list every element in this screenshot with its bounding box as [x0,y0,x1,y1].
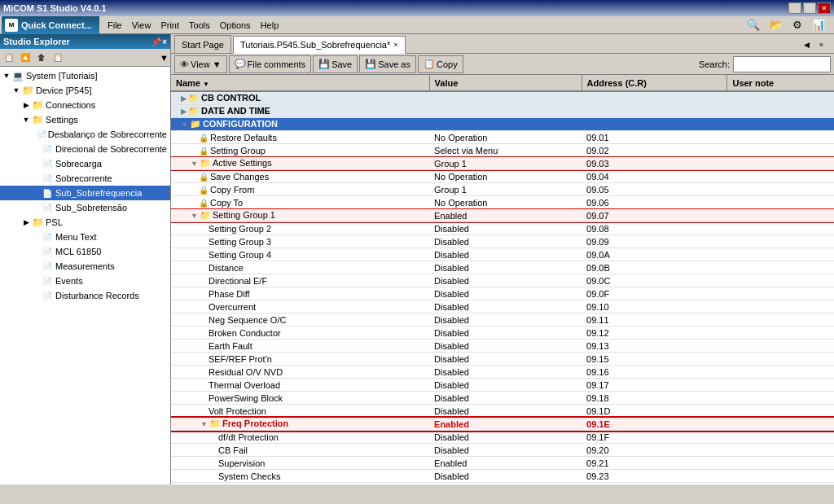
tab-start-page[interactable]: Start Page [174,35,231,53]
explorer-pin-btn[interactable]: 📌 [151,37,161,46]
search-toolbar-btn[interactable]: 🔍 [743,17,764,33]
table-row[interactable]: Directional E/FDisabled09.0C [171,274,834,287]
cell-note [727,183,834,196]
tree-item-sub-sobretensao[interactable]: 📄 Sub_Sobretensão [0,200,170,215]
row-expand-icon[interactable]: ▼ [191,160,198,168]
maximize-button[interactable]: □ [803,2,816,14]
menu-view[interactable]: View [127,16,156,34]
menu-print[interactable]: Print [156,16,184,34]
cell-address: 09.02 [582,144,727,157]
row-expand-icon[interactable]: ▶ [181,94,187,103]
table-row[interactable]: df/dt ProtectionDisabled09.1F [171,431,834,444]
explorer-up-btn[interactable]: 🔼 [18,50,33,65]
folder-toolbar-btn[interactable]: 📂 [766,17,787,33]
tree-item-connections[interactable]: ▶ 📁 Connections [0,98,170,112]
tree-expand-sobrecarga [31,160,41,168]
menu-help[interactable]: Help [256,16,284,34]
tree-expand-system[interactable]: ▼ [2,72,11,80]
tree-item-psl[interactable]: ▶ 📁 PSL [0,215,170,230]
table-row[interactable]: ▼📁Active SettingsGroup 109.03 [171,157,834,170]
table-row[interactable]: 🔒Save ChangesNo Operation09.04 [171,170,834,183]
row-expand-icon[interactable]: ▼ [191,212,198,220]
table-row[interactable]: ▼📁Freq ProtectionEnabled09.1E [171,418,834,431]
menu-file[interactable]: File [103,16,127,34]
table-row[interactable]: Phase DiffDisabled09.0F [171,287,834,300]
file-comments-button[interactable]: 💬 File comments [229,55,312,73]
table-row[interactable]: Thermal OverloadDisabled09.17 [171,379,834,392]
tree-expand-connections[interactable]: ▶ [21,101,31,109]
search-input[interactable] [733,56,831,72]
table-row[interactable]: Volt ProtectionDisabled09.1D [171,405,834,418]
tree-expand-settings[interactable]: ▼ [21,116,31,124]
tree-item-measurements[interactable]: 📄 Measurements [0,259,170,274]
minimize-button[interactable]: _ [788,2,801,14]
explorer-dropdown[interactable]: ▼ [160,53,169,63]
tree-item-sobrecorrente[interactable]: 📄 Sobrecorrente [0,171,170,186]
tree-item-settings[interactable]: ▼ 📁 Settings [0,112,170,127]
cell-value: Disabled [429,431,582,444]
tree-item-direcional[interactable]: 📄 Direcional de Sobrecorrente [0,142,170,156]
table-row[interactable]: Neg Sequence O/CDisabled09.11 [171,313,834,327]
copy-button[interactable]: 📋 Copy [418,55,463,73]
table-row[interactable]: CB FailDisabled09.20 [171,444,834,457]
table-row[interactable]: ▼📁Setting Group 1Enabled09.07 [171,209,834,222]
table-row[interactable]: ▶📁DATE AND TIME [171,105,834,118]
tree-item-disturbance[interactable]: 📄 Disturbance Records [0,288,170,303]
row-expand-icon[interactable]: ▼ [181,121,188,129]
table-row[interactable]: 🔒Copy ToNo Operation09.06 [171,196,834,209]
table-row[interactable]: ▶📁CB CONTROL [171,91,834,105]
tab-tutoriais[interactable]: Tutoriais.P545.Sub_Sobrefrequencia* × [233,36,406,54]
explorer-new-btn[interactable]: 📋 [2,50,16,65]
tree-item-sobrecarga[interactable]: 📄 Sobrecarga [0,156,170,171]
menu-tools[interactable]: Tools [184,16,215,34]
table-row[interactable]: SEF/REF Prot'nDisabled09.15 [171,353,834,366]
table-row[interactable]: Broken ConductorDisabled09.12 [171,327,834,340]
tree-item-device[interactable]: ▼ 📁 Device [P545] [0,83,170,98]
menu-options[interactable]: Options [215,16,256,34]
tree-expand-psl[interactable]: ▶ [21,218,31,226]
table-row[interactable]: Setting Group 3Disabled09.09 [171,235,834,248]
quick-connect-button[interactable]: M Quick Connect... [2,16,99,34]
close-button[interactable]: × [818,2,831,14]
tab-close-btn[interactable]: × [393,41,397,49]
main-layout: Studio Explorer 📌 × 📋 🔼 🗑 📋 ▼ ▼ 💻 System… [0,34,834,484]
table-row[interactable]: System ChecksDisabled09.23 [171,470,834,483]
cell-value: Enabled [429,209,582,222]
tree-item-sub-sobrefrequencia[interactable]: 📄 Sub_Sobrefrequencia [0,186,170,200]
tree-expand-device[interactable]: ▼ [11,86,21,94]
tree-item-mcl[interactable]: 📄 MCL 61850 [0,244,170,259]
save-as-button[interactable]: 💾 Save as [359,55,416,73]
table-row[interactable]: Earth FaultDisabled09.13 [171,340,834,353]
view-button[interactable]: 👁 View ▼ [174,55,227,73]
table-row[interactable]: Setting Group 4Disabled09.0A [171,248,834,261]
table-row[interactable]: Residual O/V NVDDisabled09.16 [171,366,834,379]
settings-toolbar-btn[interactable]: ⚙ [788,17,806,33]
row-expand-icon[interactable]: ▶ [181,107,187,116]
tree-item-events[interactable]: 📄 Events [0,274,170,288]
table-row[interactable]: PowerSwing BlockDisabled09.18 [171,392,834,405]
explorer-close-btn[interactable]: × [162,37,167,46]
save-button[interactable]: 💾 Save [313,55,358,73]
table-row[interactable]: SupervisionEnabled09.21 [171,457,834,470]
table-row[interactable]: 🔒Restore DefaultsNo Operation09.01 [171,131,834,144]
table-row[interactable]: 🔒Setting GroupSelect via Menu09.02 [171,144,834,157]
dock-left-btn[interactable]: ◀ [800,37,814,53]
table-row[interactable]: 🔒Copy FromGroup 109.05 [171,183,834,196]
tree-item-menu-text[interactable]: 📄 Menu Text [0,230,170,244]
table-row[interactable]: OvercurrentDisabled09.10 [171,300,834,313]
dock-right-btn[interactable]: × [815,37,827,53]
cell-note [727,274,834,287]
row-expand-icon[interactable]: ▼ [200,420,208,428]
tree-item-system[interactable]: ▼ 💻 System [Tutoriais] [0,68,170,83]
table-row[interactable]: DistanceDisabled09.0B [171,261,834,274]
chart-toolbar-btn[interactable]: 📊 [808,17,829,33]
table-row[interactable]: ▼📁CONFIGURATION [171,118,834,131]
row-label: Save Changes [210,172,269,182]
table-row[interactable]: Auto-RecloseDisabled09.24 [171,483,834,485]
tree-item-desbalanco[interactable]: 📄 Desbalanço de Sobrecorrente [0,127,170,142]
table-row[interactable]: Setting Group 2Disabled09.08 [171,222,834,235]
explorer-delete-btn[interactable]: 🗑 [34,50,49,65]
col-name-sort-icon[interactable]: ▼ [203,81,209,88]
row-label: Phase Diff [208,289,250,299]
explorer-copy-btn[interactable]: 📋 [50,50,65,65]
